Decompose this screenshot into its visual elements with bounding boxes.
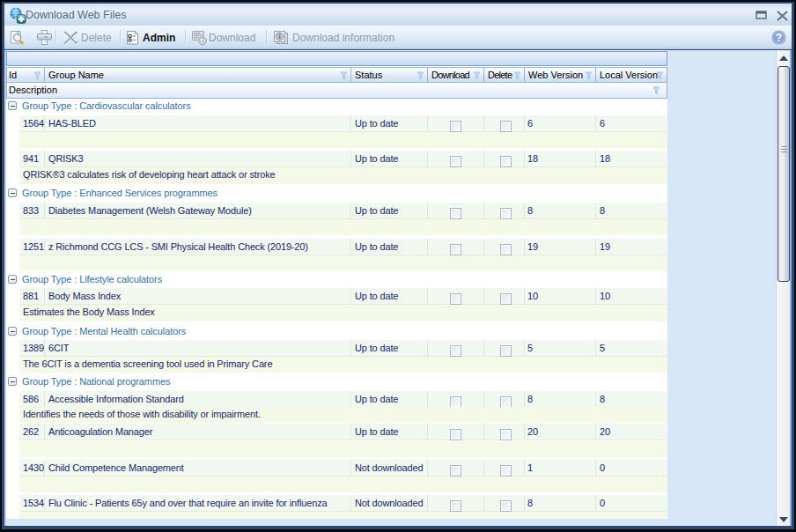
svg-text:?: ? — [776, 32, 782, 44]
